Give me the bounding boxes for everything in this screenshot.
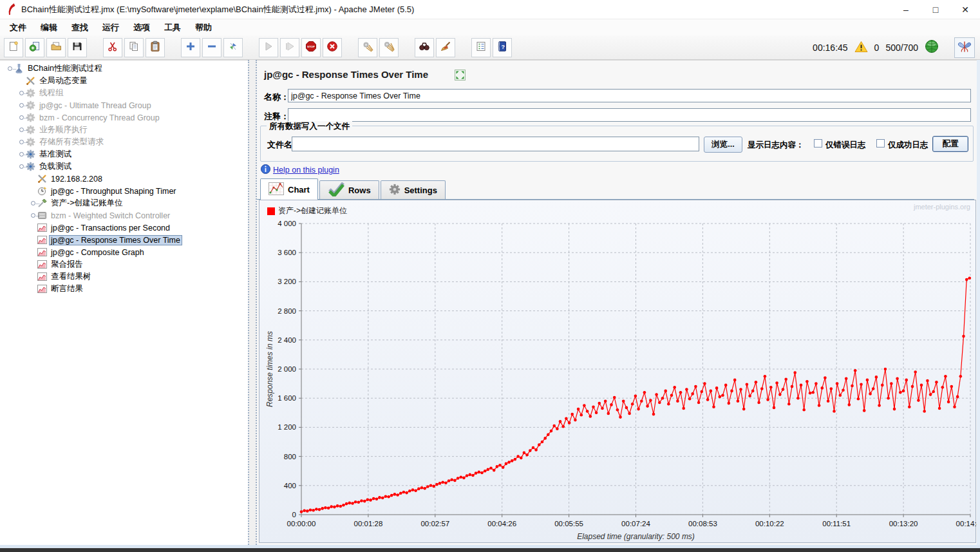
tree-toggle-collapsed-icon[interactable] xyxy=(17,152,26,157)
menu-item-search[interactable]: 查找 xyxy=(64,20,95,35)
tree-item-ultimate-thread-group[interactable]: jp@gc - Ultimate Thread Group xyxy=(0,99,248,111)
tree-item-label: 全局动态变量 xyxy=(37,75,90,87)
tree-toggle-expanded-icon[interactable] xyxy=(17,164,26,169)
stop-button[interactable]: STOP xyxy=(301,38,321,57)
tree-toggle-expanded-icon[interactable] xyxy=(5,66,14,71)
templates-button[interactable] xyxy=(25,38,44,57)
errors-only-checkbox[interactable] xyxy=(814,139,822,148)
new-button[interactable] xyxy=(4,38,23,57)
success-only-label: 仅成功日志 xyxy=(888,140,928,151)
search-reset-button[interactable] xyxy=(436,38,455,57)
name-input[interactable] xyxy=(288,89,971,102)
menu-item-run[interactable]: 运行 xyxy=(95,20,126,35)
menu-item-tools[interactable]: 工具 xyxy=(157,20,188,35)
gear-blue-icon xyxy=(26,149,37,159)
search-reset-icon xyxy=(440,41,451,54)
tree-item-composite-graph[interactable]: jp@gc - Composite Graph xyxy=(0,246,248,258)
help-on-plugin-link[interactable]: Help on this plugin xyxy=(273,166,339,175)
svg-text:2 400: 2 400 xyxy=(278,336,296,344)
tree-item-weighted-switch-controller[interactable]: bzm - Weighted Switch Controller xyxy=(0,209,248,222)
menu-item-file[interactable]: 文件 xyxy=(3,20,33,35)
start-no-pauses-button[interactable] xyxy=(280,38,299,57)
tree-toggle-collapsed-icon[interactable] xyxy=(17,115,26,120)
comment-input[interactable] xyxy=(288,108,971,122)
tree-toggle-collapsed-icon[interactable] xyxy=(17,140,26,144)
window-title: BChain性能测试过程.jmx (E:\mySoftware\jmeter\e… xyxy=(21,4,414,15)
svg-text:2 000: 2 000 xyxy=(278,365,296,373)
write-results-group-title: 所有数据写入一个文件 xyxy=(267,121,352,132)
maximize-button[interactable]: □ xyxy=(921,0,950,19)
tree-item-assertion-results[interactable]: 断言结果 xyxy=(0,283,248,295)
tree-item-business-sequence[interactable]: 业务顺序执行 xyxy=(0,124,248,136)
tree-item-response-times-over-time[interactable]: jp@gc - Response Times Over Time xyxy=(0,234,248,246)
menu-bar: 文件编辑查找运行选项工具帮助 xyxy=(0,19,980,35)
status-cluster: 00:16:450500/700 xyxy=(813,37,975,58)
configure-button[interactable]: 配置 xyxy=(932,136,968,152)
thread-count: 500/700 xyxy=(885,43,918,53)
page-title: jp@gc - Response Times Over Time xyxy=(264,69,428,80)
chart-tab-icon xyxy=(269,182,284,197)
collapse-all-button[interactable] xyxy=(202,38,221,57)
svg-text:400: 400 xyxy=(284,482,296,490)
tree-item-concurrency-thread-group[interactable]: bzm - Concurrency Thread Group xyxy=(0,111,248,124)
tab-chart[interactable]: Chart xyxy=(260,178,318,200)
settings-gear-icon xyxy=(389,184,400,197)
clear-all-button[interactable] xyxy=(379,38,399,57)
tree-item-view-results-tree[interactable]: 查看结果树 xyxy=(0,271,248,283)
tree-item-create-ledger-unit-sampler[interactable]: 资产->创建记账单位 xyxy=(0,197,248,209)
tree-toggle-collapsed-icon[interactable] xyxy=(28,213,37,218)
tab-settings[interactable]: Settings xyxy=(381,180,446,200)
chart-icon xyxy=(37,260,49,269)
paste-button[interactable] xyxy=(146,38,165,57)
close-button[interactable]: ✕ xyxy=(950,0,980,19)
copy-button[interactable] xyxy=(124,38,144,57)
tree-toggle-collapsed-icon[interactable] xyxy=(17,103,26,108)
info-icon xyxy=(261,164,270,176)
write-results-group: 所有数据写入一个文件 文件名 浏览... 显示日志内容： 仅错误日志 仅成功日志… xyxy=(260,126,974,162)
tree-item-load-test[interactable]: 负载测试 xyxy=(0,160,248,173)
tree-item-baseline-test[interactable]: 基准测试 xyxy=(0,148,248,160)
search-button[interactable] xyxy=(415,38,434,57)
success-only-checkbox[interactable] xyxy=(876,139,885,148)
tree-toggle-collapsed-icon[interactable] xyxy=(17,91,26,95)
testplan-icon xyxy=(14,64,26,73)
cut-button[interactable] xyxy=(103,38,122,57)
filename-input[interactable] xyxy=(292,137,699,151)
menu-item-help[interactable]: 帮助 xyxy=(188,20,219,35)
menu-item-options[interactable]: 选项 xyxy=(126,20,157,35)
expand-all-button[interactable] xyxy=(181,38,200,57)
save-button[interactable] xyxy=(68,38,87,57)
start-button[interactable] xyxy=(259,38,278,57)
tree-item-global-vars[interactable]: 全局动态变量 xyxy=(0,75,248,87)
minimize-button[interactable]: – xyxy=(891,0,921,19)
tree-toggle-collapsed-icon[interactable] xyxy=(17,128,26,132)
tree-toggle-collapsed-icon[interactable] xyxy=(28,201,37,205)
tree-item-host-defaults[interactable]: 192.168.2.208 xyxy=(0,173,248,185)
menu-item-edit[interactable]: 编辑 xyxy=(33,20,64,35)
tab-rows[interactable]: Rows xyxy=(319,180,379,200)
warning-icon[interactable] xyxy=(854,41,868,55)
tree-item-test-plan[interactable]: BChain性能测试过程 xyxy=(0,62,248,75)
maximize-panel-icon[interactable] xyxy=(455,70,466,82)
function-helper-button[interactable] xyxy=(471,38,491,57)
svg-text:STOP: STOP xyxy=(307,45,315,48)
tree-item-aggregate-report[interactable]: 聚合报告 xyxy=(0,258,248,271)
tree-item-throughput-shaping-timer[interactable]: jp@gc - Throughput Shaping Timer xyxy=(0,185,248,197)
open-button[interactable] xyxy=(46,38,66,57)
pipette-icon xyxy=(37,198,49,208)
tree-item-label: bzm - Concurrency Thread Group xyxy=(37,113,162,123)
stop-icon: STOP xyxy=(305,41,317,54)
toolbar: STOP?00:16:450500/700 xyxy=(0,35,980,60)
jmeter-logo-button[interactable] xyxy=(954,37,975,58)
browse-button[interactable]: 浏览... xyxy=(704,137,742,153)
tree-item-thread-group[interactable]: 线程组 xyxy=(0,87,248,99)
help-book-button[interactable]: ? xyxy=(493,38,512,57)
split-divider[interactable] xyxy=(248,60,257,545)
clear-button[interactable] xyxy=(358,38,377,57)
svg-text:00:04:26: 00:04:26 xyxy=(487,520,516,528)
toggle-button[interactable] xyxy=(223,38,243,57)
tree-item-store-all-requests[interactable]: 存储所有类型请求 xyxy=(0,136,248,148)
toggle-icon xyxy=(227,41,239,54)
shutdown-button[interactable] xyxy=(323,38,342,57)
tree-item-transactions-per-second[interactable]: jp@gc - Transactions per Second xyxy=(0,222,248,234)
